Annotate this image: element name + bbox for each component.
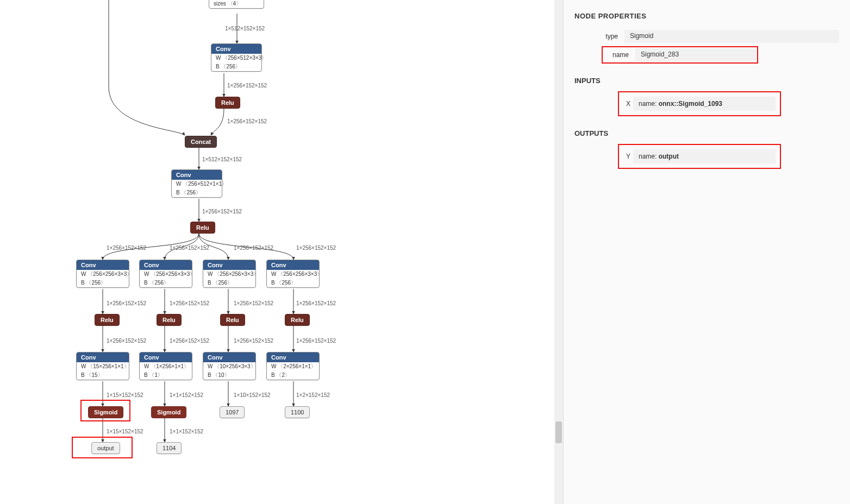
node-sigmoid[interactable]: Sigmoid xyxy=(88,406,123,418)
edge-label: 1×512×152×152 xyxy=(202,156,242,162)
weight-line: W 〈256×512×3×3〉 xyxy=(211,54,261,62)
edge-label: 1×10×152×152 xyxy=(234,392,271,398)
node-output[interactable]: 1097 xyxy=(220,406,245,418)
node-conv[interactable]: Conv W 〈1×256×1×1〉 B 〈1〉 xyxy=(139,352,192,380)
graph-canvas[interactable]: scales 〈0〉 sizes 〈4〉 1×512×152×152 Conv … xyxy=(0,0,554,504)
prop-type-label: type xyxy=(574,33,624,40)
node-conv[interactable]: Conv W 〈256×256×3×3〉 B 〈256〉 xyxy=(139,260,192,288)
highlight-box: name Sigmoid_283 xyxy=(602,46,758,64)
highlight-box: Y name: output xyxy=(618,144,781,169)
bias-line: B 〈256〉 xyxy=(172,188,222,197)
bias-line: B 〈256〉 xyxy=(211,62,261,71)
output-value[interactable]: name: output xyxy=(633,149,776,163)
input-key: X xyxy=(623,100,633,108)
prop-name-value[interactable]: Sigmoid_283 xyxy=(635,48,756,61)
edge-label: 1×256×152×152 xyxy=(227,83,267,89)
node-top-partial[interactable]: scales 〈0〉 sizes 〈4〉 xyxy=(209,0,264,9)
node-conv[interactable]: Conv W 〈2×256×1×1〉 B 〈2〉 xyxy=(266,352,320,380)
node-conv[interactable]: Conv W 〈256×512×1×1〉 B 〈256〉 xyxy=(171,169,222,198)
node-sigmoid[interactable]: Sigmoid xyxy=(151,406,186,418)
edge-label: 1×256×152×152 xyxy=(296,245,336,251)
node-relu[interactable]: Relu xyxy=(220,314,245,326)
node-conv[interactable]: Conv W 〈256×256×3×3〉 B 〈256〉 xyxy=(266,260,320,288)
highlight-box: X name: onnx::Sigmoid_1093 xyxy=(618,91,781,116)
prop-name-label: name xyxy=(604,51,635,59)
node-conv[interactable]: Conv W 〈256×512×3×3〉 B 〈256〉 xyxy=(211,43,262,72)
edge-label: 1×1×152×152 xyxy=(170,392,203,398)
properties-panel: NODE PROPERTIES type Sigmoid name Sigmoi… xyxy=(563,0,850,504)
edge-label: 1×256×152×152 xyxy=(234,338,273,344)
scrollbar-thumb[interactable] xyxy=(555,421,562,443)
output-key: Y xyxy=(623,153,633,160)
vertical-scrollbar[interactable] xyxy=(554,0,563,504)
edge-label: 1×256×152×152 xyxy=(170,245,209,251)
prop-type-value[interactable]: Sigmoid xyxy=(624,30,839,43)
node-conv[interactable]: Conv W 〈256×256×3×3〉 B 〈256〉 xyxy=(203,260,256,288)
panel-title: NODE PROPERTIES xyxy=(574,12,839,20)
node-conv[interactable]: Conv W 〈256×256×3×3〉 B 〈256〉 xyxy=(76,260,129,288)
node-output[interactable]: 1104 xyxy=(157,442,182,454)
edges-layer xyxy=(0,0,554,504)
node-title: Conv xyxy=(211,44,261,54)
edge-label: 1×256×152×152 xyxy=(202,209,242,215)
edge-label: 1×256×152×152 xyxy=(296,300,336,306)
edge-label: 1×256×152×152 xyxy=(107,338,146,344)
edge-label: 1×15×152×152 xyxy=(107,392,143,398)
inputs-section-title: INPUTS xyxy=(574,77,839,85)
node-output[interactable]: 1100 xyxy=(285,406,310,418)
node-relu[interactable]: Relu xyxy=(285,314,310,326)
node-conv[interactable]: Conv W 〈15×256×1×1〉 B 〈15〉 xyxy=(76,352,129,380)
edge-label: 1×256×152×152 xyxy=(107,300,146,306)
node-relu[interactable]: Relu xyxy=(215,97,240,109)
node-relu[interactable]: Relu xyxy=(157,314,182,326)
node-output[interactable]: output xyxy=(91,442,120,454)
node-relu[interactable]: Relu xyxy=(190,222,215,234)
edge-label: 1×256×152×152 xyxy=(227,118,267,124)
edge-label: 1×1×152×152 xyxy=(170,429,203,434)
edge-label: 1×512×152×152 xyxy=(225,26,265,32)
node-conv[interactable]: Conv W 〈10×256×3×3〉 B 〈10〉 xyxy=(203,352,256,380)
edge-label: 1×256×152×152 xyxy=(170,300,209,306)
node-concat[interactable]: Concat xyxy=(185,136,217,148)
input-value[interactable]: name: onnx::Sigmoid_1093 xyxy=(633,97,776,111)
edge-label: 1×256×152×152 xyxy=(296,338,336,344)
edge-label: 1×256×152×152 xyxy=(234,245,273,251)
edge-label: 1×256×152×152 xyxy=(107,245,146,251)
edge-label: 1×2×152×152 xyxy=(296,392,330,398)
edge-label: 1×15×152×152 xyxy=(107,429,143,434)
edge-label: 1×256×152×152 xyxy=(170,338,209,344)
outputs-section-title: OUTPUTS xyxy=(574,129,839,137)
node-title: Conv xyxy=(172,170,222,180)
node-relu[interactable]: Relu xyxy=(95,314,120,326)
sizes-line: sizes 〈4〉 xyxy=(209,0,264,8)
edge-label: 1×256×152×152 xyxy=(234,300,273,306)
weight-line: W 〈256×512×1×1〉 xyxy=(172,180,222,188)
prop-type-row: type Sigmoid xyxy=(574,30,839,43)
